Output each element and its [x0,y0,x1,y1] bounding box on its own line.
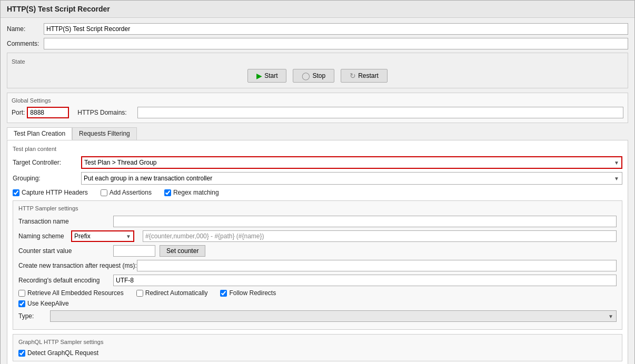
tab-test-plan-creation[interactable]: Test Plan Creation [7,127,72,140]
encoding-label: Recording's default encoding [18,277,113,284]
stop-icon: ◯ [302,72,310,80]
create-tx-label: Create new transaction after request (ms… [18,262,137,269]
graphql-title: GraphQL HTTP Sampler settings [18,339,617,345]
capture-http-label: Capture HTTP Headers [22,189,88,196]
keepalive-checkbox[interactable] [18,300,25,307]
transaction-name-row: Transaction name [18,216,617,227]
checkboxes-row: Capture HTTP Headers Add Assertions Rege… [13,189,622,196]
name-row: Name: [7,23,628,35]
tab-requests-filtering[interactable]: Requests Filtering [72,127,137,140]
encoding-row: Recording's default encoding [18,275,617,286]
transaction-name-input[interactable] [113,216,617,227]
name-input[interactable] [44,23,628,35]
create-tx-input[interactable] [137,260,617,271]
https-label: HTTPS Domains: [77,109,135,116]
follow-redirects-checkbox[interactable] [220,290,227,297]
port-group: Port: [12,107,69,118]
title-bar: HTTP(S) Test Script Recorder [1,1,634,18]
start-icon: ▶ [256,72,262,80]
global-settings-title: Global Settings [12,97,623,104]
retrieve-embedded-checkbox[interactable] [18,290,25,297]
redirect-auto-checkbox[interactable] [136,290,143,297]
target-controller-select-wrap: Test Plan > Thread Group ▼ [81,156,622,169]
target-controller-label: Target Controller: [13,159,81,166]
restart-button[interactable]: ↻ Restart [341,69,388,83]
retrieve-embedded-item: Retrieve All Embedded Resources [18,289,124,297]
add-assertions-item: Add Assertions [101,189,152,196]
state-buttons: ▶ Start ◯ Stop ↻ Restart [12,69,623,83]
comments-label: Comments: [7,40,44,47]
state-section: State ▶ Start ◯ Stop ↻ Restart [7,53,628,88]
state-title: State [12,58,623,65]
test-plan-content-title: Test plan content [13,146,622,152]
naming-scheme-select[interactable]: Prefix [71,230,134,242]
keepalive-row: Use KeepAlive [18,300,617,307]
naming-pattern-input[interactable] [143,230,617,242]
tabs-bar: Test Plan Creation Requests Filtering [7,127,628,140]
window-title: HTTP(S) Test Script Recorder [7,5,110,13]
create-tx-row: Create new transaction after request (ms… [18,260,617,271]
main-window: HTTP(S) Test Script Recorder Name: Comme… [0,0,635,364]
grouping-label: Grouping: [13,175,81,182]
redirect-auto-item: Redirect Automatically [136,289,208,297]
comments-input[interactable] [44,38,628,49]
type-label: Type: [18,312,50,320]
detect-graphql-checkbox[interactable] [18,350,25,357]
follow-redirects-item: Follow Redirects [220,289,276,297]
detect-graphql-label: Detect GraphQL Request [27,349,98,357]
name-label: Name: [7,25,44,33]
capture-http-checkbox[interactable] [13,189,19,196]
counter-input[interactable] [113,245,155,257]
counter-label: Counter start value [18,247,113,255]
start-button[interactable]: ▶ Start [247,69,286,83]
http-sampler-section: HTTP Sampler settings Transaction name N… [13,200,622,330]
http-sampler-title: HTTP Sampler settings [18,205,617,211]
retrieve-embedded-label: Retrieve All Embedded Resources [27,289,124,297]
https-domains-input[interactable] [137,107,623,118]
stop-button[interactable]: ◯ Stop [293,69,334,83]
set-counter-button[interactable]: Set counter [160,245,205,257]
detect-graphql-item: Detect GraphQL Request [18,349,617,357]
global-row: Port: HTTPS Domains: [12,107,623,118]
graphql-section: GraphQL HTTP Sampler settings Detect Gra… [13,334,622,361]
add-assertions-label: Add Assertions [110,189,152,196]
target-controller-row: Target Controller: Test Plan > Thread Gr… [13,156,622,169]
keepalive-item: Use KeepAlive [18,300,69,307]
regex-matching-checkbox[interactable] [164,189,171,196]
resource-row: Retrieve All Embedded Resources Redirect… [18,289,617,297]
naming-select-wrap: Prefix ▼ [71,230,134,242]
encoding-input[interactable] [113,275,617,286]
add-assertions-checkbox[interactable] [101,189,107,196]
type-row: Type: ▼ [18,310,617,322]
port-label: Port: [12,109,25,116]
redirect-auto-label: Redirect Automatically [145,289,208,297]
grouping-select[interactable]: Put each group in a new transaction cont… [81,172,622,185]
type-select-wrap: ▼ [50,310,617,322]
regex-matching-item: Regex matching [164,189,219,196]
port-input[interactable] [27,107,69,118]
follow-redirects-label: Follow Redirects [229,289,276,297]
type-select[interactable] [50,310,617,322]
https-group: HTTPS Domains: [77,107,623,118]
grouping-row: Grouping: Put each group in a new transa… [13,172,622,185]
global-settings-section: Global Settings Port: HTTPS Domains: [7,93,628,123]
grouping-select-wrap: Put each group in a new transaction cont… [81,172,622,185]
capture-http-item: Capture HTTP Headers [13,189,88,196]
regex-matching-label: Regex matching [173,189,219,196]
naming-scheme-label: Naming scheme [18,232,71,240]
keepalive-label: Use KeepAlive [27,300,69,307]
restart-icon: ↻ [350,72,356,80]
tab-content: Test plan content Target Controller: Tes… [7,140,628,364]
target-controller-select[interactable]: Test Plan > Thread Group [81,156,622,169]
comments-row: Comments: [7,38,628,49]
content-area: Name: Comments: State ▶ Start ◯ Stop ↻ [1,18,634,364]
transaction-name-label: Transaction name [18,218,113,225]
counter-row: Counter start value Set counter [18,245,617,257]
naming-scheme-row: Naming scheme Prefix ▼ [18,230,617,242]
